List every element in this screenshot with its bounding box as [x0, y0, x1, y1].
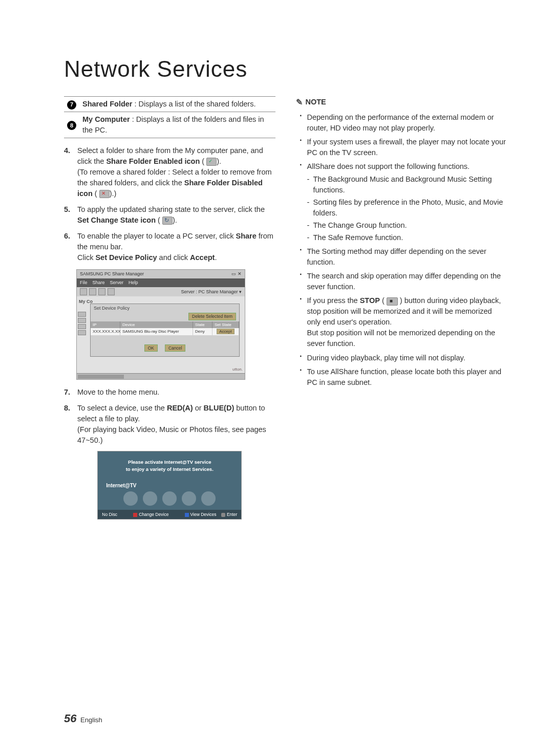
- toolbar-icon[interactable]: [98, 288, 105, 295]
- menu-orb-icon[interactable]: [143, 491, 157, 506]
- note-sub-item: The Safe Remove function.: [307, 232, 507, 243]
- dialog-title: Set Device Policy: [91, 304, 239, 313]
- step-7: 7. Move to the home menu.: [64, 387, 275, 398]
- page-footer: 56 English: [64, 712, 102, 725]
- note-item: To use AllShare function, please locate …: [300, 366, 507, 388]
- stop-button-icon: [387, 297, 398, 306]
- menu-orb-icon[interactable]: [123, 491, 138, 506]
- note-sub-item: The Change Group function.: [307, 220, 507, 231]
- step-4: 4. Select a folder to share from the My …: [64, 145, 275, 199]
- note-list: Depending on the performance of the exte…: [296, 112, 507, 387]
- window-controls[interactable]: ▭ ✕: [231, 271, 242, 277]
- definitions-table: 7 Shared Folder : Displays a list of the…: [64, 96, 275, 138]
- pc-share-manager-screenshot: SAMSUNG PC Share Manager ▭ ✕ File Share …: [76, 269, 245, 380]
- menu-bar[interactable]: File Share Server Help: [77, 278, 245, 287]
- ok-button[interactable]: OK: [144, 344, 158, 352]
- hint-change-device: Change Device: [133, 511, 168, 517]
- menu-orb-icon[interactable]: [201, 491, 216, 506]
- menu-server[interactable]: Server: [110, 279, 124, 286]
- toolbar-icon[interactable]: [80, 288, 87, 295]
- note-item: The search and skip operation may differ…: [300, 271, 507, 292]
- tree-node[interactable]: [78, 324, 86, 329]
- cropped-text: utton.: [232, 366, 243, 373]
- page-number: 56: [64, 712, 76, 725]
- window-title: SAMSUNG PC Share Manager: [80, 271, 144, 277]
- note-sub-item: The Background Music and Background Musi…: [307, 174, 507, 196]
- col-state: State: [193, 321, 212, 329]
- scrollbar[interactable]: [77, 373, 245, 379]
- menu-orb-icon[interactable]: [162, 491, 177, 506]
- note-item: If your system uses a firewall, the play…: [300, 137, 507, 158]
- def-row-7: 7 Shared Folder : Displays a list of the…: [64, 97, 275, 112]
- share-folder-disabled-icon: [99, 190, 110, 198]
- col-set-state: Set State: [212, 321, 239, 329]
- page-language: English: [80, 716, 102, 724]
- step-8: 8. To select a device, use the RED(A) or…: [64, 403, 275, 446]
- num-badge-7: 7: [67, 100, 76, 110]
- note-icon: ✎: [296, 96, 303, 108]
- menu-file[interactable]: File: [80, 279, 88, 286]
- note-item: Depending on the performance of the exte…: [300, 112, 507, 134]
- share-folder-enabled-icon: [206, 158, 217, 166]
- note-item: AllShare does not support the following …: [300, 161, 507, 243]
- banner-line2: to enjoy a variety of Internet Services.: [103, 466, 236, 473]
- internet-tv-screenshot: Please activate Internet@TV service to e…: [97, 451, 242, 520]
- cancel-button[interactable]: Cancel: [165, 344, 185, 352]
- device-row[interactable]: XXX.XXX.X.XX SAMSUNG Blu-ray Disc Player…: [91, 328, 239, 335]
- banner-line1: Please activate Internet@TV service: [103, 459, 236, 466]
- accept-button[interactable]: Accept: [217, 329, 234, 334]
- menu-help[interactable]: Help: [129, 279, 138, 286]
- server-label[interactable]: Server : PC Share Manager ▾: [181, 289, 242, 295]
- hint-enter: Enter: [221, 512, 237, 517]
- set-change-state-icon: [162, 217, 173, 225]
- toolbar-icon[interactable]: [89, 288, 96, 295]
- tree-node[interactable]: [78, 312, 86, 317]
- note-heading: NOTE: [306, 97, 326, 107]
- note-sub-item: Sorting files by preference in the Photo…: [307, 197, 507, 219]
- disc-status: No Disc: [102, 511, 117, 517]
- tree-node[interactable]: [78, 318, 86, 323]
- note-item: If you press the STOP ( ) button during …: [300, 295, 507, 349]
- tree-node[interactable]: [78, 330, 86, 335]
- internet-tv-label: Internet@TV: [106, 482, 136, 490]
- hint-view-devices: View Devices: [185, 512, 217, 517]
- set-device-policy-dialog: Set Device Policy Delete Selected Item I…: [90, 304, 240, 357]
- col-ip: IP: [91, 321, 120, 329]
- note-item: The Sorting method may differ depending …: [300, 246, 507, 268]
- toolbar-icon[interactable]: [108, 288, 115, 295]
- menu-orb-icon[interactable]: [182, 491, 196, 506]
- page-title: Network Services: [64, 56, 507, 82]
- delete-selected-button[interactable]: Delete Selected Item: [188, 313, 236, 320]
- num-badge-8: 8: [67, 121, 76, 130]
- menu-share[interactable]: Share: [93, 279, 105, 286]
- step-6: 6. To enable the player to locate a PC s…: [64, 231, 275, 263]
- step-5: 5. To apply the updated sharing state to…: [64, 204, 275, 226]
- note-item: During video playback, play time will no…: [300, 353, 507, 363]
- def-row-8: 8 My Computer : Displays a list of the f…: [64, 112, 275, 138]
- col-device: Device: [120, 321, 193, 329]
